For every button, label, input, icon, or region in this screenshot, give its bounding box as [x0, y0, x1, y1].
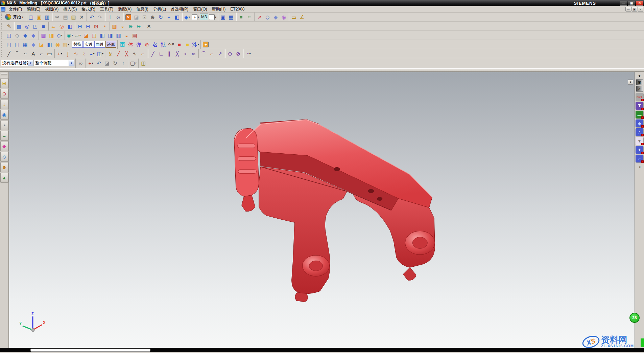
perspective-icon[interactable]: ◧ — [173, 13, 181, 21]
sketch-csys-icon[interactable]: ∟ — [157, 49, 165, 58]
part-model[interactable] — [9, 72, 635, 348]
line-icon[interactable]: ╱ — [5, 49, 13, 58]
snap-point-icon[interactable]: +▾ — [87, 59, 95, 67]
edit-curve-icon[interactable]: § — [106, 49, 114, 58]
graphics-window[interactable]: < — [9, 72, 635, 348]
win-close-button[interactable]: ✕ — [636, 1, 643, 6]
menu-item-9[interactable]: 首选项(P) — [168, 6, 191, 12]
palette-fullscreen-icon[interactable]: ▣ — [636, 79, 643, 85]
fillet-curve-icon[interactable]: ⌒ — [200, 49, 208, 58]
sheet-metal-bracket[interactable] — [234, 119, 435, 302]
wave-link-icon[interactable]: ◉▾ — [66, 31, 74, 39]
name-display-button[interactable]: 名 — [151, 40, 159, 48]
menu-item-12[interactable]: ET2008 — [228, 6, 247, 12]
doc-minimize-button[interactable]: — — [625, 7, 631, 12]
roles-tab[interactable]: ☻ — [0, 162, 8, 172]
menu-item-7[interactable]: 信息(I) — [134, 6, 150, 12]
selection-lock-icon[interactable]: ∞ — [77, 59, 85, 67]
bounded-plane-icon[interactable]: ▱▾ — [74, 31, 82, 39]
palette-tab[interactable]: ≡ — [0, 131, 8, 141]
solid-translucent-button[interactable]: 实透 — [83, 41, 94, 48]
menu-item-1[interactable]: 编辑(E) — [24, 6, 43, 12]
history-tab[interactable]: ◔ — [0, 120, 8, 130]
bridge-curve-icon[interactable]: ∿ — [72, 49, 80, 58]
restore-display-button[interactable]: 还原 — [105, 41, 116, 48]
orient-view-icon[interactable]: ◇▾ — [56, 31, 64, 39]
template-punch[interactable]: ▼ — [636, 137, 643, 145]
interference-button[interactable]: 涉▾ — [192, 40, 199, 48]
bead-icon[interactable]: ▥ — [115, 31, 122, 39]
section-view-icon[interactable]: ◨ — [48, 31, 55, 39]
selection-filter-combo[interactable]: 没有选择过滤器▼ — [1, 60, 33, 66]
circle-center-icon[interactable]: ⊙ — [226, 49, 234, 58]
cross-curve-icon[interactable]: ╳ — [173, 49, 181, 58]
replace-view-button[interactable]: 替换 — [72, 41, 83, 48]
template-curve-icon[interactable]: ⌐ — [139, 49, 147, 58]
template-elbow[interactable]: ⌐ — [636, 155, 643, 162]
zoom-in-out-icon[interactable]: ⊕ — [149, 13, 157, 21]
assembly-navigator-tab[interactable]: ⊞ — [0, 78, 8, 88]
zoom-box-icon[interactable]: ⊡ — [141, 13, 148, 21]
trim-curve-icon[interactable]: ╱ — [115, 49, 122, 58]
datum-axis-icon[interactable]: ↗ — [256, 13, 263, 21]
paint-select-icon[interactable]: ◪ — [103, 59, 111, 67]
measure-angle-icon[interactable]: ∠ — [298, 13, 306, 21]
scenery-tab[interactable]: ▲ — [0, 173, 8, 183]
shaded-view-icon[interactable]: ◆ — [21, 31, 29, 39]
menu-item-6[interactable]: 装配(A) — [116, 6, 134, 12]
body-display-button[interactable]: 体 — [127, 40, 135, 48]
section-surface-icon[interactable]: ◧ — [46, 40, 53, 48]
doc-close-button[interactable]: ✕ — [638, 7, 643, 12]
more-surface-icon[interactable]: ▨▾ — [62, 40, 70, 48]
gold-cube-icon[interactable]: ■ — [184, 40, 191, 48]
cut-icon[interactable]: ✂ — [53, 13, 61, 21]
sketch-line-icon[interactable]: ╱ — [149, 49, 157, 58]
louver-icon[interactable]: ▤ — [131, 31, 139, 39]
hole-icon[interactable]: ⊕ — [127, 22, 135, 30]
resource-bar-grip[interactable] — [1, 73, 7, 74]
background-color-icon[interactable]: ▾ — [209, 13, 217, 21]
face-display-button[interactable]: 面 — [119, 40, 126, 48]
red-cube-icon[interactable]: ■ — [175, 40, 183, 48]
sheet-bend-icon[interactable]: ◪ — [82, 31, 90, 39]
swept-body-icon[interactable]: ◰ — [31, 22, 39, 30]
tangent-circle-icon[interactable]: ∘ — [182, 49, 189, 58]
notification-badge[interactable]: 28 — [629, 313, 640, 323]
paste-icon[interactable]: ▧ — [70, 13, 77, 21]
visual-wand-tab[interactable]: ◆ — [0, 141, 8, 151]
edge-blend-icon[interactable]: ◔ — [100, 22, 108, 30]
spline-icon[interactable]: ~ — [21, 49, 29, 58]
raise-select-icon[interactable]: ↑ — [119, 59, 127, 67]
copy-display-icon[interactable]: CoP — [167, 40, 175, 48]
shell-icon[interactable]: ▥ — [111, 22, 118, 30]
copy-icon[interactable]: ▤ — [62, 13, 69, 21]
circle-menu-icon[interactable]: ◔▾ — [244, 49, 252, 58]
contour-flange-icon[interactable]: ◨ — [106, 31, 114, 39]
menu-item-0[interactable]: 文件(F) — [6, 6, 24, 12]
web-browser-tab[interactable]: ◉ — [0, 110, 8, 120]
smooth-spline-icon[interactable]: ∿ — [131, 49, 139, 58]
menu-item-8[interactable]: 分析(L) — [151, 6, 169, 12]
curve-mesh-icon[interactable]: ▦ — [21, 40, 29, 48]
point-icon[interactable]: +▾ — [56, 49, 64, 58]
delete-body-icon[interactable]: ✕ — [145, 22, 153, 30]
save-icon[interactable]: ▥ — [43, 13, 51, 21]
ruled-surface-icon[interactable]: ◰ — [5, 40, 13, 48]
wrap-curve-icon[interactable]: ◫▾ — [96, 49, 104, 58]
extrude-icon[interactable]: ▧ — [15, 22, 23, 30]
through-curves-icon[interactable]: ◫ — [13, 40, 21, 48]
unbend-icon[interactable]: ◫ — [90, 31, 98, 39]
point-dialog-icon[interactable]: ◇ — [264, 13, 271, 21]
measure-distance-icon[interactable]: ▭ — [290, 13, 298, 21]
wcs-triad[interactable]: Z X Y — [19, 311, 47, 339]
start-button[interactable]: 开始▾ — [11, 13, 25, 21]
pan-view-icon[interactable]: + — [165, 13, 173, 21]
intersect-icon[interactable]: ⊠ — [92, 22, 100, 30]
revolve-icon[interactable]: ◎ — [23, 22, 31, 30]
template-bushing[interactable]: ▬ — [636, 111, 643, 118]
menu-item-5[interactable]: 工具(T) — [98, 6, 116, 12]
divide-curve-icon[interactable]: ╳ — [123, 49, 130, 58]
arc-icon[interactable]: ⌒ — [13, 49, 21, 58]
vector-dialog-icon[interactable]: ◆ — [272, 13, 280, 21]
subtract-icon[interactable]: ⊟ — [84, 22, 92, 30]
